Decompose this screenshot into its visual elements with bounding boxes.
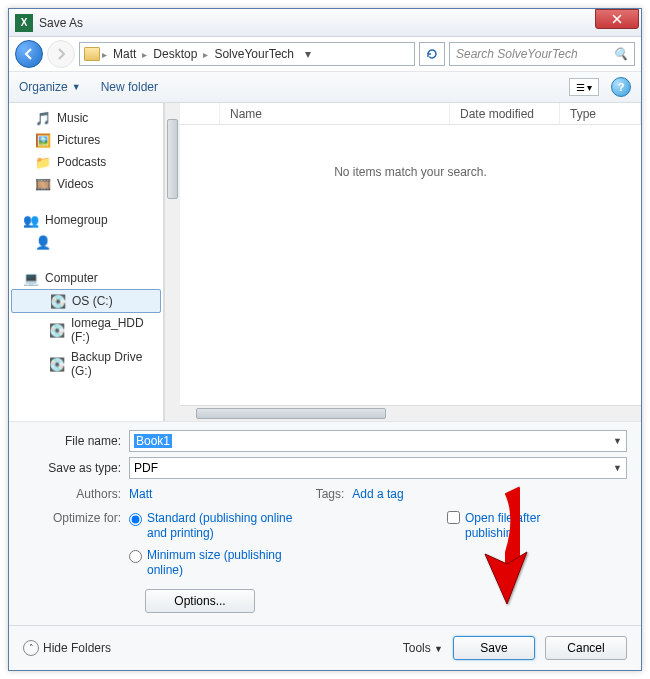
nav-row: ▸ Matt ▸ Desktop ▸ SolveYourTech ▾ Searc… <box>9 37 641 71</box>
tree-music[interactable]: 🎵Music <box>9 107 163 129</box>
save-button[interactable]: Save <box>453 636 535 660</box>
body: 🎵Music 🖼️Pictures 📁Podcasts 🎞️Videos 👥Ho… <box>9 103 641 421</box>
col-name[interactable]: Name <box>220 103 450 124</box>
videos-icon: 🎞️ <box>35 176 51 192</box>
toolbar: Organize▼ New folder ☰ ▾ ? <box>9 71 641 103</box>
drive-icon: 💽 <box>49 356 65 372</box>
organize-button[interactable]: Organize▼ <box>19 80 81 94</box>
file-list[interactable]: Name Date modified Type No items match y… <box>180 103 641 421</box>
titlebar: X Save As <box>9 9 641 37</box>
savetype-dropdown[interactable]: ▼ <box>613 463 622 473</box>
authors-value[interactable]: Matt <box>129 487 152 501</box>
view-button[interactable]: ☰ ▾ <box>569 78 599 96</box>
folder-icon <box>84 47 100 61</box>
music-icon: 🎵 <box>35 110 51 126</box>
save-as-dialog: X Save As ▸ Matt ▸ Desktop ▸ SolveYourTe… <box>8 8 642 671</box>
window-title: Save As <box>39 16 83 30</box>
empty-message: No items match your search. <box>180 125 641 405</box>
tree-videos[interactable]: 🎞️Videos <box>9 173 163 195</box>
folder-icon: 📁 <box>35 154 51 170</box>
chevron-right-icon: ▸ <box>203 49 208 60</box>
filename-dropdown[interactable]: ▼ <box>613 436 622 446</box>
folder-tree[interactable]: 🎵Music 🖼️Pictures 📁Podcasts 🎞️Videos 👥Ho… <box>9 103 164 421</box>
crumb-desktop[interactable]: Desktop <box>149 47 201 61</box>
help-button[interactable]: ? <box>611 77 631 97</box>
filename-label: File name: <box>23 434 129 448</box>
list-hscrollbar[interactable] <box>180 405 641 421</box>
tags-label: Tags: <box>302 487 352 501</box>
back-button[interactable] <box>15 40 43 68</box>
pictures-icon: 🖼️ <box>35 132 51 148</box>
homegroup-icon: 👥 <box>23 212 39 228</box>
col-date[interactable]: Date modified <box>450 103 560 124</box>
tree-os-c[interactable]: 💽OS (C:) <box>11 289 161 313</box>
form-area: File name: Book1 ▼ Save as type: PDF ▼ A… <box>9 421 641 670</box>
hide-folders-button[interactable]: ˄ Hide Folders <box>23 640 111 656</box>
tree-podcasts[interactable]: 📁Podcasts <box>9 151 163 173</box>
tree-pictures[interactable]: 🖼️Pictures <box>9 129 163 151</box>
address-bar[interactable]: ▸ Matt ▸ Desktop ▸ SolveYourTech ▾ <box>79 42 415 66</box>
tree-computer[interactable]: 💻Computer <box>9 267 163 289</box>
search-input[interactable]: Search SolveYourTech 🔍 <box>449 42 635 66</box>
tree-scrollbar[interactable] <box>164 103 180 421</box>
refresh-button[interactable] <box>419 42 445 66</box>
col-type[interactable]: Type <box>560 103 641 124</box>
authors-label: Authors: <box>23 487 129 501</box>
chevron-up-icon: ˄ <box>23 640 39 656</box>
new-folder-button[interactable]: New folder <box>101 80 158 94</box>
computer-icon: 💻 <box>23 270 39 286</box>
tree-backup[interactable]: 💽Backup Drive (G:) <box>9 347 163 381</box>
drive-icon: 💽 <box>49 322 65 338</box>
tree-user[interactable]: 👤 <box>9 231 163 253</box>
crumb-matt[interactable]: Matt <box>109 47 140 61</box>
chevron-right-icon: ▸ <box>142 49 147 60</box>
chevron-right-icon: ▸ <box>102 49 107 60</box>
tools-menu[interactable]: Tools ▼ <box>403 641 443 655</box>
search-placeholder: Search SolveYourTech <box>456 47 613 61</box>
radio-minimum[interactable]: Minimum size (publishing online) <box>129 548 307 579</box>
optimize-label: Optimize for: <box>23 511 129 525</box>
user-icon: 👤 <box>35 234 51 250</box>
separator <box>9 625 641 626</box>
drive-icon: 💽 <box>50 293 66 309</box>
savetype-select[interactable]: PDF ▼ <box>129 457 627 479</box>
column-headers: Name Date modified Type <box>180 103 641 125</box>
forward-button[interactable] <box>47 40 75 68</box>
checkbox-open-after[interactable]: Open file after publishing <box>447 511 585 542</box>
tree-iomega[interactable]: 💽Iomega_HDD (F:) <box>9 313 163 347</box>
close-button[interactable] <box>595 9 639 29</box>
tags-value[interactable]: Add a tag <box>352 487 403 501</box>
search-icon: 🔍 <box>613 47 628 61</box>
cancel-button[interactable]: Cancel <box>545 636 627 660</box>
address-dropdown[interactable]: ▾ <box>300 47 316 61</box>
tree-homegroup[interactable]: 👥Homegroup <box>9 209 163 231</box>
crumb-solveyourtech[interactable]: SolveYourTech <box>210 47 298 61</box>
options-button[interactable]: Options... <box>145 589 255 613</box>
radio-standard[interactable]: Standard (publishing online and printing… <box>129 511 307 542</box>
filename-input[interactable]: Book1 ▼ <box>129 430 627 452</box>
excel-icon: X <box>15 14 33 32</box>
savetype-label: Save as type: <box>23 461 129 475</box>
